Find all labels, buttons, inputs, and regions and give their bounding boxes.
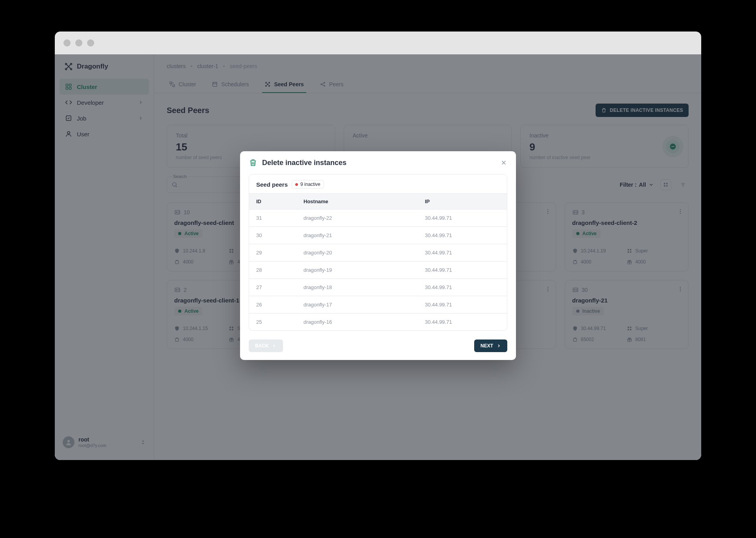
row-ip: 30.44.99.71 bbox=[425, 284, 500, 290]
next-button[interactable]: NEXT bbox=[474, 339, 507, 352]
row-id: 28 bbox=[256, 267, 304, 273]
modal-tab-title: Seed peers bbox=[256, 181, 288, 188]
inactive-count-chip: 9 inactive bbox=[292, 180, 324, 189]
row-ip: 30.44.99.71 bbox=[425, 267, 500, 273]
row-hostname: dragonfly-16 bbox=[304, 319, 425, 325]
row-ip: 30.44.99.71 bbox=[425, 215, 500, 221]
col-ip: IP bbox=[425, 199, 500, 204]
row-hostname: dragonfly-17 bbox=[304, 302, 425, 308]
row-id: 25 bbox=[256, 319, 304, 325]
traffic-light-min[interactable] bbox=[75, 39, 82, 46]
modal-title: Delete inactive instances bbox=[262, 159, 346, 167]
row-hostname: dragonfly-22 bbox=[304, 215, 425, 221]
table-body[interactable]: 31 dragonfly-22 30.44.99.71 30 dragonfly… bbox=[249, 209, 507, 330]
col-id: ID bbox=[256, 199, 304, 204]
row-ip: 30.44.99.71 bbox=[425, 250, 500, 256]
col-hostname: Hostname bbox=[304, 199, 425, 204]
next-label: NEXT bbox=[480, 343, 493, 349]
browser-frame: Dragonfly Cluster Developer Job bbox=[55, 32, 701, 460]
red-dot-icon bbox=[295, 183, 298, 186]
delete-inactive-modal: Delete inactive instances Seed peers 9 i… bbox=[240, 151, 516, 360]
modal-footer: BACK NEXT bbox=[240, 333, 516, 360]
table-row[interactable]: 28 dragonfly-19 30.44.99.71 bbox=[249, 261, 507, 278]
close-icon[interactable] bbox=[500, 159, 507, 166]
row-hostname: dragonfly-18 bbox=[304, 284, 425, 290]
row-id: 30 bbox=[256, 232, 304, 238]
table-row[interactable]: 25 dragonfly-16 30.44.99.71 bbox=[249, 313, 507, 330]
trash-icon bbox=[249, 158, 257, 167]
table-header: ID Hostname IP bbox=[249, 194, 507, 209]
traffic-light-close[interactable] bbox=[63, 39, 71, 46]
modal-body: Seed peers 9 inactive ID Hostname IP 31 bbox=[240, 174, 516, 333]
row-hostname: dragonfly-19 bbox=[304, 267, 425, 273]
modal-table-card: Seed peers 9 inactive ID Hostname IP 31 bbox=[249, 174, 507, 331]
row-hostname: dragonfly-21 bbox=[304, 232, 425, 238]
app-root: Dragonfly Cluster Developer Job bbox=[55, 54, 701, 460]
row-id: 31 bbox=[256, 215, 304, 221]
table-row[interactable]: 31 dragonfly-22 30.44.99.71 bbox=[249, 209, 507, 226]
table-row[interactable]: 26 dragonfly-17 30.44.99.71 bbox=[249, 296, 507, 313]
modal-header: Delete inactive instances bbox=[240, 151, 516, 174]
modal-tab: Seed peers 9 inactive bbox=[249, 174, 507, 194]
back-button[interactable]: BACK bbox=[249, 339, 283, 352]
row-hostname: dragonfly-20 bbox=[304, 250, 425, 256]
back-label: BACK bbox=[255, 343, 269, 349]
inactive-count-text: 9 inactive bbox=[300, 182, 320, 187]
row-id: 26 bbox=[256, 302, 304, 308]
table-row[interactable]: 30 dragonfly-21 30.44.99.71 bbox=[249, 226, 507, 244]
row-ip: 30.44.99.71 bbox=[425, 302, 500, 308]
row-ip: 30.44.99.71 bbox=[425, 232, 500, 238]
browser-chrome bbox=[55, 32, 701, 54]
row-id: 27 bbox=[256, 284, 304, 290]
row-id: 29 bbox=[256, 250, 304, 256]
modal-overlay[interactable]: Delete inactive instances Seed peers 9 i… bbox=[55, 54, 701, 460]
table-row[interactable]: 29 dragonfly-20 30.44.99.71 bbox=[249, 244, 507, 261]
row-ip: 30.44.99.71 bbox=[425, 319, 500, 325]
table-row[interactable]: 27 dragonfly-18 30.44.99.71 bbox=[249, 278, 507, 296]
traffic-light-max[interactable] bbox=[87, 39, 94, 46]
